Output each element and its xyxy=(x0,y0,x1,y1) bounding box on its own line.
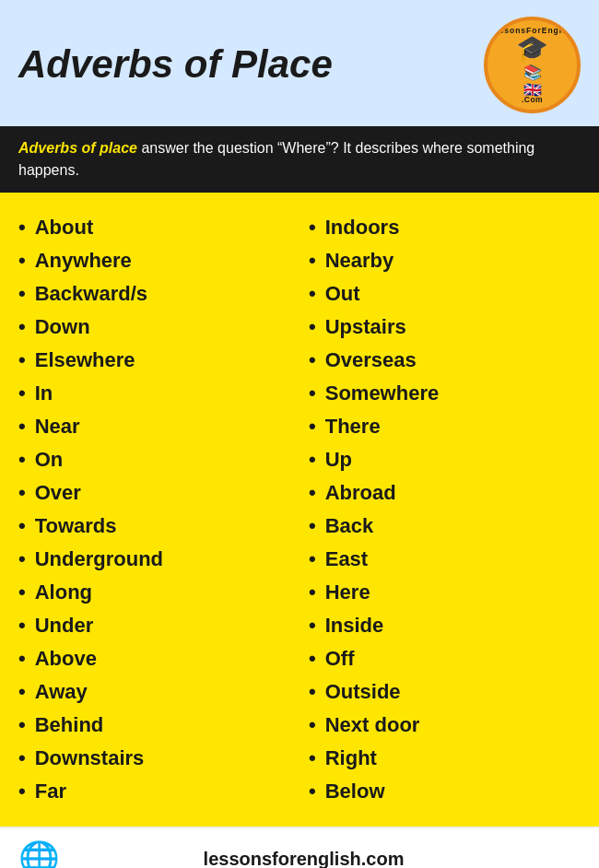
list-item: Away xyxy=(18,675,290,709)
list-item: Underground xyxy=(18,543,290,576)
description-bar: Adverbs of place answer the question “Wh… xyxy=(0,126,599,193)
list-item: Out xyxy=(309,277,581,311)
list-item: Nearby xyxy=(309,244,581,277)
list-item: Far xyxy=(18,775,290,808)
list-item: About xyxy=(18,211,290,244)
list-item: Down xyxy=(18,311,290,344)
header: Adverbs of Place LessonsForEnglish 🎓 📚 🇬… xyxy=(0,0,599,126)
globe-icon: 🌐 xyxy=(18,839,60,868)
list-item: Elsewhere xyxy=(18,344,290,377)
list-item: Inside xyxy=(309,609,581,642)
list-item: Near xyxy=(18,410,290,443)
list-item: Right xyxy=(309,742,581,775)
right-word-list: IndoorsNearbyOutUpstairsOverseasSomewher… xyxy=(309,211,581,808)
list-item: Back xyxy=(309,510,581,543)
footer-url: lessonsforenglish.com xyxy=(204,849,405,869)
list-item: Towards xyxy=(18,510,290,543)
list-item: On xyxy=(18,443,290,476)
logo-arc-top: LessonsForEnglish xyxy=(487,26,577,35)
list-item: Somewhere xyxy=(309,377,581,410)
list-item: Under xyxy=(18,609,290,642)
list-item: Anywhere xyxy=(18,244,290,277)
list-item: In xyxy=(18,377,290,410)
graduate-icon: 🎓 xyxy=(516,33,548,64)
left-column: AboutAnywhereBackward/sDownElsewhereInNe… xyxy=(9,211,300,808)
page-title: Adverbs of Place xyxy=(18,43,333,86)
list-item: Behind xyxy=(18,709,290,742)
logo-inner: 🎓 📚 🇬🇧 xyxy=(516,33,548,99)
left-word-list: AboutAnywhereBackward/sDownElsewhereInNe… xyxy=(18,211,290,808)
list-item: Over xyxy=(18,476,290,510)
list-item: Abroad xyxy=(309,476,581,510)
list-item: Overseas xyxy=(309,344,581,377)
list-item: There xyxy=(309,410,581,443)
list-item: East xyxy=(309,543,581,576)
books-icon: 📚 xyxy=(523,64,542,81)
description-highlight: Adverbs of place xyxy=(18,140,137,156)
list-item: Upstairs xyxy=(309,311,581,344)
right-column: IndoorsNearbyOutUpstairsOverseasSomewher… xyxy=(300,211,590,808)
logo: LessonsForEnglish 🎓 📚 🇬🇧 .Com xyxy=(484,17,581,113)
list-item: Indoors xyxy=(309,211,581,244)
list-item: Downstairs xyxy=(18,742,290,775)
list-item: Outside xyxy=(309,675,581,709)
logo-arc-bottom: .Com xyxy=(487,95,577,104)
list-item: Off xyxy=(309,642,581,675)
footer: 🌐 lessonsforenglish.com xyxy=(0,827,599,868)
list-item: Next door xyxy=(309,709,581,742)
list-item: Backward/s xyxy=(18,277,290,311)
list-item: Along xyxy=(18,576,290,609)
list-item: Below xyxy=(309,775,581,808)
list-item: Up xyxy=(309,443,581,476)
list-item: Above xyxy=(18,642,290,675)
content-area: AboutAnywhereBackward/sDownElsewhereInNe… xyxy=(0,193,599,827)
list-item: Here xyxy=(309,576,581,609)
